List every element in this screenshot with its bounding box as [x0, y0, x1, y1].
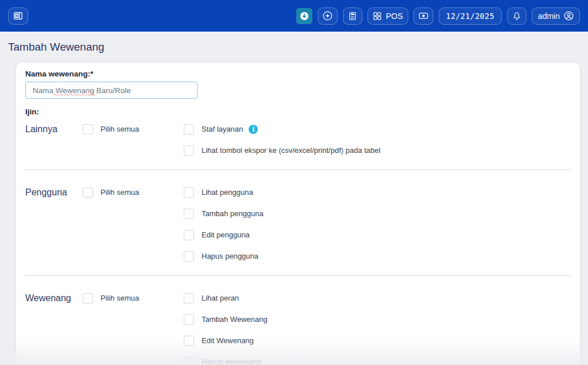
select-all-column: Pilih semua — [83, 187, 184, 198]
permission-row: Hapus wewenang — [184, 357, 571, 365]
select-all-checkbox[interactable] — [83, 187, 93, 198]
permission-row: Lihat tombol ekspor ke (csv/excel/print/… — [184, 145, 571, 156]
select-all-checkbox[interactable] — [83, 124, 93, 135]
items-column: Staf layanan i Lihat tombol ekspor ke (c… — [184, 124, 571, 156]
arrow-down-circle-button[interactable] — [296, 8, 312, 24]
permission-row: Edit pengguna — [184, 230, 571, 240]
role-name-input[interactable] — [25, 82, 198, 99]
permission-row: Lihat pengguna — [184, 187, 571, 198]
date-button[interactable]: 12/21/2025 — [439, 7, 502, 25]
permission-label: Hapus pengguna — [202, 252, 258, 261]
topbar-actions: POS 12/21/2025 admin — [296, 7, 580, 25]
permission-checkbox[interactable] — [184, 145, 194, 156]
items-column: Lihat pengguna Tambah pengguna Edit peng… — [184, 187, 571, 262]
permission-label: Staf layanan — [202, 125, 243, 134]
permission-row: Tambah Wewenang — [184, 314, 571, 325]
section-name: Lainnya — [25, 124, 83, 135]
notifications-button[interactable] — [507, 7, 527, 25]
permission-checkbox[interactable] — [184, 293, 194, 303]
select-all-label: Pilih semua — [100, 294, 139, 303]
permission-section-lainnya: Lainnya Pilih semua Staf layanan i Lihat… — [25, 124, 571, 170]
permission-label: Edit pengguna — [202, 230, 250, 240]
permission-label: Tambah Wewenang — [202, 315, 268, 324]
permission-checkbox[interactable] — [184, 357, 194, 365]
permission-row: Tambah pengguna — [184, 209, 571, 219]
permission-checkbox[interactable] — [184, 314, 194, 325]
user-menu-button[interactable]: admin — [532, 7, 580, 25]
bell-icon — [512, 11, 521, 21]
permission-label: Tambah pengguna — [202, 209, 264, 218]
pos-button-label: POS — [386, 11, 403, 21]
calculator-button[interactable] — [343, 7, 362, 25]
role-name-field-wrap — [25, 82, 198, 99]
calculator-icon — [348, 11, 357, 21]
select-all-checkbox[interactable] — [83, 293, 93, 303]
add-button[interactable] — [318, 7, 338, 25]
sidebar-collapse-icon — [13, 11, 23, 21]
select-all-row: Pilih semua — [83, 293, 184, 303]
cash-icon — [419, 11, 428, 21]
permission-checkbox[interactable] — [184, 187, 194, 198]
permission-label: Lihat peran — [202, 294, 239, 303]
select-all-column: Pilih semua — [83, 293, 184, 303]
permission-label: Hapus wewenang — [202, 358, 261, 365]
role-name-label: Nama wewenang:* — [25, 70, 571, 78]
add-role-form-card: Nama wewenang:* Ijin: Lainnya Pilih semu… — [16, 63, 580, 365]
permission-row: Hapus pengguna — [184, 251, 571, 262]
select-all-label: Pilih semua — [100, 125, 139, 134]
items-column: Lihat peran Tambah Wewenang Edit Wewenan… — [184, 293, 571, 365]
permission-row: Lihat peran — [184, 293, 571, 303]
permission-label: Lihat tombol ekspor ke (csv/excel/print/… — [202, 146, 380, 155]
permission-label: Lihat pengguna — [202, 188, 253, 197]
plus-circle-icon — [323, 11, 332, 21]
user-circle-icon — [564, 11, 574, 21]
sidebar-toggle-button[interactable] — [8, 7, 28, 25]
permission-row: Staf layanan i — [184, 124, 571, 135]
section-name: Pengguna — [25, 187, 83, 198]
permission-checkbox[interactable] — [184, 209, 194, 219]
select-all-label: Pilih semua — [100, 188, 139, 197]
permission-row: Edit Wewenang — [184, 336, 571, 346]
page-title: Tambah Wewenang — [8, 40, 588, 55]
date-label: 12/21/2025 — [446, 11, 494, 21]
permission-label: Edit Wewenang — [202, 336, 254, 345]
permission-checkbox[interactable] — [184, 251, 194, 262]
arrow-down-circle-icon — [300, 11, 309, 21]
permission-section-pengguna: Pengguna Pilih semua Lihat pengguna Tamb… — [25, 170, 571, 275]
top-navbar: POS 12/21/2025 admin — [0, 0, 588, 32]
select-all-row: Pilih semua — [83, 187, 184, 198]
user-menu-label: admin — [538, 11, 560, 21]
pos-button[interactable]: POS — [368, 7, 408, 25]
select-all-column: Pilih semua — [83, 124, 184, 135]
permission-checkbox[interactable] — [184, 124, 194, 135]
permission-checkbox[interactable] — [184, 230, 194, 240]
permissions-label: Ijin: — [25, 107, 571, 116]
section-name: Wewenang — [25, 293, 83, 303]
select-all-row: Pilih semua — [83, 124, 184, 135]
grid-icon — [373, 11, 382, 21]
permission-section-wewenang: Wewenang Pilih semua Lihat peran Tambah … — [25, 275, 571, 365]
permission-checkbox[interactable] — [184, 336, 194, 346]
cash-register-button[interactable] — [413, 7, 434, 25]
info-icon[interactable]: i — [249, 125, 258, 134]
